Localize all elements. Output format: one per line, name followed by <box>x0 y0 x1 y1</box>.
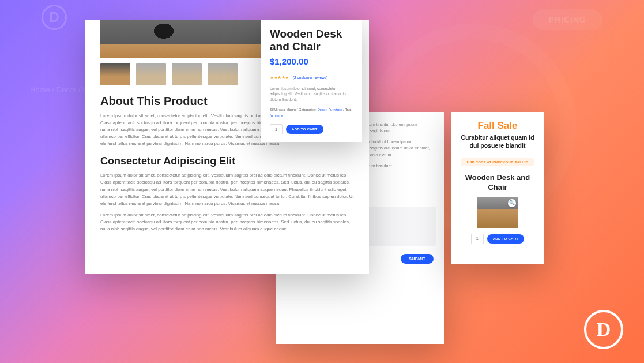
promo-code-badge: USE CODE AT CHECKOUT: FALL15 <box>461 158 534 166</box>
add-to-cart-button[interactable]: ADD TO CART <box>286 125 323 134</box>
breadcrumb: Home / Decor / W <box>30 85 89 94</box>
quantity-input[interactable]: 1 <box>270 124 283 134</box>
reviews-link[interactable]: (2 customer reviews) <box>293 76 327 80</box>
zoom-icon[interactable]: 🔍 <box>508 199 516 207</box>
star-icon: ★★★★★ <box>270 75 289 80</box>
logo-icon: D <box>42 5 67 30</box>
rating-row: ★★★★★ (2 customer reviews) <box>270 71 353 81</box>
thumbnail[interactable] <box>100 63 130 85</box>
widget-product-image[interactable]: 🔍 <box>477 197 518 228</box>
section-heading: Consectetur Adipiscing Elit <box>100 155 354 167</box>
thumbnail[interactable] <box>172 63 202 85</box>
category-link[interactable]: Decor <box>317 108 326 111</box>
short-description: Lorem ipsum dolor sit amet, consectetur … <box>270 86 353 103</box>
thumbnail[interactable] <box>136 63 166 85</box>
tag-link[interactable]: furniture <box>270 114 283 117</box>
product-meta: SKU: woo-album / Categories: Decor, Furn… <box>270 107 353 118</box>
sale-heading: Fall Sale <box>458 120 537 132</box>
product-summary-panel: Wooden Desk and Chair $1,200.00 ★★★★★ (2… <box>261 20 362 142</box>
sale-widget-panel: Fall Sale Curabitur aliquet quam id dui … <box>451 112 544 264</box>
category-link[interactable]: Furniture <box>328 108 342 111</box>
section-paragraph: Lorem ipsum dolor sit amet, consectetur … <box>100 212 354 233</box>
section-paragraph: Lorem ipsum dolor sit amet, consectetur … <box>100 172 354 207</box>
sale-subtitle: Curabitur aliquet quam id dui posuere bl… <box>458 134 537 149</box>
product-price: $1,200.00 <box>270 57 353 66</box>
product-title: Wooden Desk and Chair <box>270 28 353 53</box>
divi-logo-icon: D <box>584 310 623 349</box>
quantity-input[interactable]: 1 <box>471 234 484 244</box>
submit-button[interactable]: SUBMIT <box>401 254 434 264</box>
add-to-cart-button[interactable]: ADD TO CART <box>487 234 525 244</box>
pricing-nav: PRICING <box>533 9 602 30</box>
widget-product-title: Wooden Desk and Chair <box>458 173 537 192</box>
thumbnail[interactable] <box>208 63 238 85</box>
